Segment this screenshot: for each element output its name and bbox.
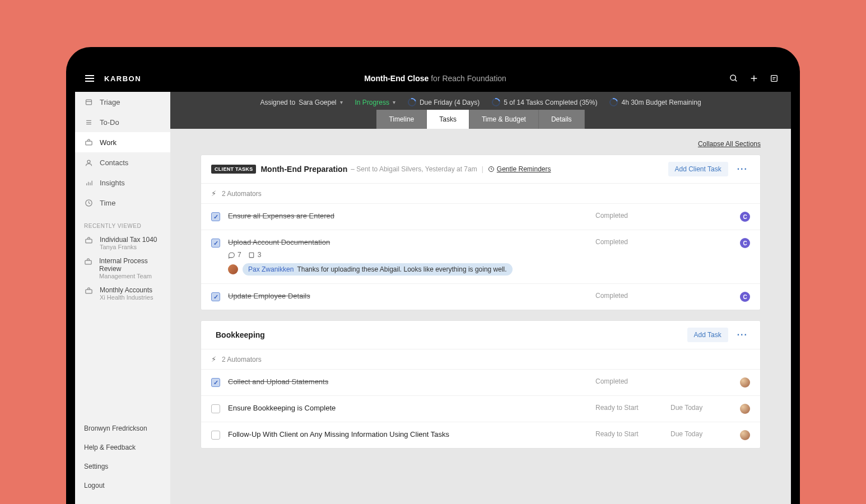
task-checkbox[interactable] (211, 292, 220, 301)
files-count[interactable]: 3 (248, 251, 262, 259)
page-title: Month-End Close for Reach Foundation (141, 74, 729, 83)
avatar (228, 264, 238, 274)
recent-item[interactable]: Internal Process ReviewManagement Team (75, 254, 170, 283)
automators-count: 2 Automators (222, 356, 262, 363)
assignee-avatar[interactable] (740, 377, 750, 388)
automators-count: 2 Automators (222, 190, 262, 198)
nav-label: Work (100, 138, 117, 147)
svg-rect-27 (249, 253, 254, 258)
task-title[interactable]: Upload Account Documentation (228, 238, 588, 246)
assignee-avatar[interactable]: C (740, 238, 750, 248)
brand-logo: KARBON (104, 74, 141, 83)
task-due: Due Today (671, 404, 732, 412)
task-checkbox[interactable] (211, 239, 220, 248)
work-icon (84, 257, 92, 266)
work-icon (84, 236, 93, 245)
sidebar-item-triage[interactable]: Triage (75, 92, 170, 112)
sidebar-item-to-do[interactable]: To-Do (75, 112, 170, 132)
footer-link-settings[interactable]: Settings (75, 457, 170, 476)
footer-link-help-feedback[interactable]: Help & Feedback (75, 438, 170, 457)
task-title[interactable]: Follow-Up With Client on Any Missing Inf… (228, 430, 588, 438)
tab-details[interactable]: Details (539, 110, 585, 129)
recent-item[interactable]: Individual Tax 1040Tanya Franks (75, 232, 170, 254)
task-checkbox[interactable] (211, 431, 220, 440)
svg-line-26 (491, 169, 492, 170)
time-icon (84, 198, 93, 207)
more-icon[interactable]: ··· (735, 163, 750, 175)
task-status: Completed (595, 377, 663, 385)
recent-item[interactable]: Monthly AccountsXi Health Industries (75, 283, 170, 304)
svg-rect-21 (85, 239, 91, 243)
recent-subtitle: Management Team (99, 273, 161, 279)
task-status: Ready to Start (595, 404, 663, 412)
svg-rect-23 (85, 290, 91, 293)
assignee-avatar[interactable]: C (740, 212, 750, 222)
sidebar-item-time[interactable]: Time (75, 193, 170, 213)
svg-rect-4 (771, 76, 777, 82)
assignee-avatar[interactable] (740, 404, 750, 414)
hamburger-icon[interactable] (85, 75, 94, 82)
tabs: TimelineTasksTime & BudgetDetails (376, 110, 584, 129)
progress-ring-icon (608, 96, 620, 108)
assigned-dropdown[interactable]: Assigned to Sara Goepel▾ (260, 99, 342, 106)
chevron-down-icon: ▾ (393, 99, 395, 105)
task-status: Completed (595, 292, 663, 300)
assignee-avatar[interactable] (740, 430, 750, 440)
progress-ring-icon (406, 96, 417, 108)
tab-tasks[interactable]: Tasks (427, 110, 469, 129)
more-icon[interactable]: ··· (735, 329, 750, 341)
task-title[interactable]: Ensure all Expenses are Entered (228, 212, 588, 220)
comment-preview[interactable]: Pax ZwanikkenThanks for uploading these … (243, 263, 513, 276)
svg-rect-22 (85, 260, 91, 264)
tasks-progress-badge: 5 of 14 Tasks Completed (35%) (492, 98, 597, 106)
tab-timeline[interactable]: Timeline (376, 110, 427, 129)
work-subheader: Assigned to Sara Goepel▾ In Progress▾ Du… (170, 92, 791, 129)
chevron-down-icon: ▾ (340, 99, 343, 105)
sidebar-item-insights[interactable]: Insights (75, 172, 170, 193)
recently-viewed-heading: RECENTLY VIEWED (75, 213, 170, 232)
task-checkbox[interactable] (211, 378, 220, 387)
nav-label: To-Do (100, 118, 119, 127)
task-title[interactable]: Collect and Upload Statements (228, 377, 588, 386)
bolt-icon: ⚡︎ (211, 189, 216, 198)
status-dropdown[interactable]: In Progress▾ (355, 99, 395, 106)
task-title[interactable]: Ensure Bookkeeping is Complete (228, 404, 588, 412)
footer-link-logout[interactable]: Logout (75, 476, 170, 495)
search-icon[interactable] (729, 74, 738, 83)
section: CLIENT TASKSMonth-End Preparation– Sent … (201, 155, 761, 310)
collapse-all-link[interactable]: Collapse All Sections (201, 140, 761, 148)
recent-subtitle: Xi Health Industries (100, 294, 153, 301)
section-title: Bookkeeping (216, 330, 265, 339)
sidebar-item-contacts[interactable]: Contacts (75, 152, 170, 172)
footer-link-bronwyn-fredrickson: Bronwyn Fredrickson (75, 413, 170, 438)
add-task-button[interactable]: Add Client Task (668, 162, 728, 176)
topbar: KARBON Month-End Close for Reach Foundat… (75, 65, 791, 92)
svg-rect-12 (85, 141, 91, 145)
assignee-avatar[interactable]: C (740, 292, 750, 302)
task-status: Ready to Start (595, 430, 663, 438)
task-title[interactable]: Update Employee Details (228, 292, 588, 300)
add-icon[interactable] (749, 74, 758, 83)
task-checkbox[interactable] (211, 404, 220, 413)
svg-line-20 (89, 203, 90, 203)
section-subtitle: – Sent to Abigail Silvers, Yesterday at … (351, 165, 477, 173)
task-checkbox[interactable] (211, 212, 220, 221)
add-task-button[interactable]: Add Task (687, 328, 728, 342)
task-row: Upload Account Documentation73Pax Zwanik… (201, 230, 760, 284)
gentle-reminders-link[interactable]: Gentle Reminders (488, 165, 551, 173)
work-icon (84, 286, 93, 295)
budget-badge: 4h 30m Budget Remaining (609, 98, 701, 106)
nav-label: Triage (100, 98, 120, 106)
sidebar-item-work[interactable]: Work (75, 132, 170, 152)
notes-icon[interactable] (770, 74, 779, 83)
nav-label: Insights (100, 179, 125, 187)
work-icon (84, 138, 93, 147)
tab-time-budget[interactable]: Time & Budget (469, 110, 539, 129)
section: BookkeepingAdd Task···⚡︎2 AutomatorsColl… (201, 320, 761, 449)
svg-point-0 (730, 75, 735, 80)
recent-title: Internal Process Review (99, 257, 161, 273)
comments-count[interactable]: 7 (228, 251, 241, 259)
nav-label: Time (100, 199, 115, 207)
task-status: Completed (595, 238, 663, 246)
client-tasks-badge: CLIENT TASKS (211, 165, 256, 174)
